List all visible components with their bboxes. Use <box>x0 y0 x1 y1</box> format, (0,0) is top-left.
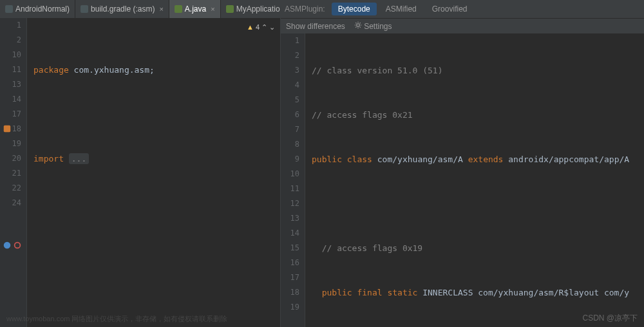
editor-tabs: AndroidNormal) build.gradle (:asm) × A.j… <box>0 0 280 18</box>
line-number: 19 <box>0 136 21 151</box>
tab-asmified[interactable]: ASMified <box>379 3 423 15</box>
tab-android-normal[interactable]: AndroidNormal) <box>0 0 75 18</box>
line-number: 10 <box>0 48 21 62</box>
line-number: 7 <box>281 122 299 137</box>
right-code-area[interactable]: // class version 51.0 (51) // access fla… <box>305 33 644 327</box>
nav-up-icon[interactable]: ⌃ <box>261 20 267 35</box>
svg-point-1 <box>4 242 11 249</box>
left-gutter: 1 2 10 11 13 14 17 18 19 20 21 22 24 <box>0 18 27 327</box>
implement-gutter-icon[interactable] <box>13 241 22 250</box>
warning-count: 4 <box>256 20 260 35</box>
left-editor[interactable]: 1 2 10 11 13 14 17 18 19 20 21 22 24 <box>0 18 280 327</box>
line-number: 4 <box>281 78 299 93</box>
line-number: 1 <box>281 33 299 48</box>
watermark-left: www.toymoban.com 网络图片仅供演示，非存储，如有侵权请联系删除 <box>6 314 227 324</box>
line-number: 2 <box>281 48 299 63</box>
line-number: 5 <box>281 93 299 107</box>
line-number: 2 <box>0 33 21 48</box>
line-number: 10 <box>281 167 299 182</box>
tab-groovified[interactable]: Groovified <box>426 3 474 15</box>
line-number: 6 <box>281 107 299 122</box>
code-line <box>33 240 280 255</box>
code-line: public final static INNERCLASS com/yxhua… <box>312 285 644 300</box>
tab-build-gradle[interactable]: build.gradle (:asm) × <box>75 0 169 18</box>
code-line: import ... <box>33 151 280 166</box>
line-number: 15 <box>281 241 299 256</box>
svg-point-3 <box>357 24 360 27</box>
override-gutter-icon[interactable] <box>3 241 12 250</box>
svg-rect-0 <box>4 126 11 133</box>
class-gutter-icon[interactable] <box>3 124 12 133</box>
line-number: 8 <box>281 137 299 152</box>
right-bytecode-panel: ASMPlugin: Bytecode ASMified Groovified … <box>280 0 644 327</box>
watermark: CSDN @凉亭下 <box>582 313 638 324</box>
code-line: public class com/yxhuang/asm/A extends a… <box>312 152 644 167</box>
code-line: package com.yxhuang.asm; <box>33 62 280 77</box>
tab-label: build.gradle (:asm) <box>91 5 155 14</box>
tab-bytecode[interactable]: Bytecode <box>332 3 377 15</box>
code-line: // access flags 0x21 <box>312 107 644 122</box>
line-number: 11 <box>281 182 299 196</box>
left-editor-panel: AndroidNormal) build.gradle (:asm) × A.j… <box>0 0 280 327</box>
java-class-icon <box>175 5 182 13</box>
code-line <box>312 196 644 211</box>
line-number: 9 <box>281 152 299 167</box>
close-icon[interactable]: × <box>211 5 214 13</box>
line-number: 18 <box>281 285 299 300</box>
right-editor[interactable]: 1 2 3 4 5 6 7 8 9 10 11 12 13 14 15 16 1… <box>281 33 644 327</box>
line-number: 20 <box>0 151 21 166</box>
code-line <box>33 285 280 299</box>
show-diff-button[interactable]: Show differences <box>286 22 345 31</box>
tab-myapplication[interactable]: MyApplication.java × <box>221 0 280 18</box>
module-icon <box>5 5 13 13</box>
warning-icon: ▲ <box>247 20 254 35</box>
line-number: 17 <box>281 270 299 285</box>
code-line: // class version 51.0 (51) <box>312 63 644 78</box>
line-number: 14 <box>0 92 21 107</box>
nav-down-icon[interactable]: ⌄ <box>269 20 275 35</box>
bytecode-toolbar: Show differences Settings <box>281 18 644 33</box>
line-number: 17 <box>0 107 21 122</box>
left-code-area[interactable]: ▲ 4 ⌃ ⌄ package com.yxhuang.asm; import … <box>27 18 280 327</box>
tab-label: A.java <box>185 5 206 14</box>
line-number: 21 <box>0 166 21 181</box>
right-gutter: 1 2 3 4 5 6 7 8 9 10 11 12 13 14 15 16 1… <box>281 33 305 327</box>
code-line <box>33 196 280 210</box>
line-number: 1 <box>0 18 21 33</box>
gradle-icon <box>80 5 88 13</box>
line-number: 14 <box>281 226 299 241</box>
line-number: 24 <box>0 196 21 210</box>
line-number: 13 <box>0 77 21 92</box>
line-number: 3 <box>281 63 299 78</box>
line-number: 12 <box>281 196 299 211</box>
line-number: 19 <box>281 300 299 315</box>
line-number: 16 <box>281 256 299 270</box>
plugin-tabs: ASMPlugin: Bytecode ASMified Groovified <box>281 0 644 18</box>
code-line <box>33 107 280 122</box>
close-icon[interactable]: × <box>159 5 163 13</box>
svg-point-2 <box>15 243 21 248</box>
java-class-icon <box>226 5 234 13</box>
line-number: 11 <box>0 62 21 77</box>
line-number: 22 <box>0 181 21 196</box>
code-line: // access flags 0x19 <box>312 241 644 256</box>
settings-button[interactable]: Settings <box>354 21 392 31</box>
gear-icon <box>354 21 362 29</box>
tab-a-java[interactable]: A.java × <box>169 0 221 18</box>
tab-label: MyApplication.java <box>236 5 280 14</box>
import-fold[interactable]: ... <box>69 153 89 164</box>
tab-label: AndroidNormal) <box>15 5 70 14</box>
line-number: 13 <box>281 211 299 226</box>
inspection-badge[interactable]: ▲ 4 ⌃ ⌄ <box>247 20 275 35</box>
plugin-label: ASMPlugin: <box>285 5 325 14</box>
